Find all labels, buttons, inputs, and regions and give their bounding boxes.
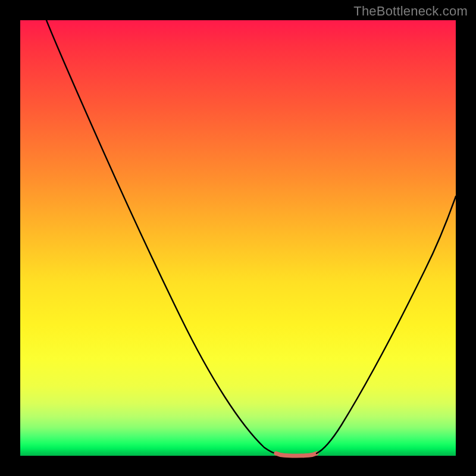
attribution-text: TheBottleneck.com (353, 4, 468, 19)
plot-area (20, 20, 456, 456)
curve-layer (20, 20, 456, 456)
left-curve-path (46, 20, 276, 453)
chart-frame: TheBottleneck.com (0, 0, 476, 476)
right-curve-path (317, 196, 456, 453)
flat-curve-path (276, 453, 317, 456)
